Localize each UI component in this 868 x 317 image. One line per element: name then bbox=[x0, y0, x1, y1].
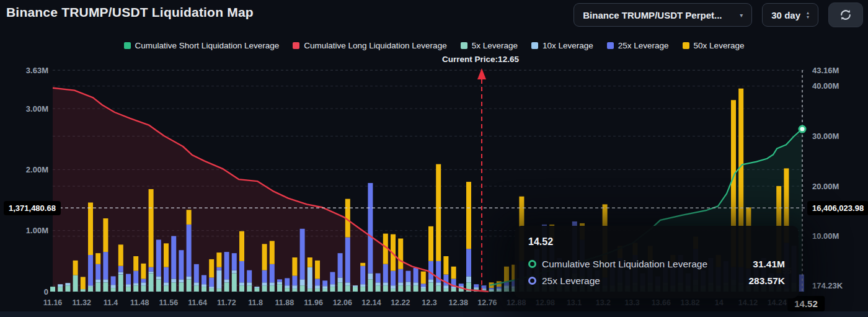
liquidation-bar bbox=[292, 257, 297, 276]
liquidation-bar bbox=[338, 253, 343, 277]
liquidation-bar bbox=[405, 282, 410, 285]
x-axis-tick: 12.88 bbox=[507, 298, 526, 307]
liquidation-bar bbox=[103, 279, 108, 282]
liquidation-bar bbox=[489, 289, 494, 290]
liquidation-bar bbox=[179, 282, 184, 292]
left-axis-tick: 3.00M bbox=[26, 104, 48, 114]
x-axis-tick: 13.82 bbox=[680, 298, 699, 307]
series-dot-icon bbox=[528, 277, 536, 285]
liquidation-bar bbox=[799, 275, 804, 292]
liquidation-bar bbox=[232, 253, 237, 270]
liquidation-bar bbox=[322, 286, 327, 288]
liquidation-bar bbox=[126, 284, 131, 287]
liquidation-bar bbox=[398, 239, 403, 269]
liquidation-bar bbox=[95, 264, 100, 280]
liquidation-bar bbox=[118, 244, 123, 266]
liquidation-bar bbox=[216, 252, 221, 267]
liquidation-bar bbox=[398, 269, 403, 283]
liquidation-bar bbox=[497, 288, 502, 290]
liquidation-bar bbox=[330, 287, 335, 292]
liquidation-bar bbox=[202, 287, 206, 292]
liquidation-bar bbox=[428, 279, 433, 282]
liquidation-bar bbox=[156, 276, 161, 279]
liquidation-bar bbox=[262, 244, 267, 270]
liquidation-bar bbox=[216, 270, 221, 289]
tooltip-series-value: 31.41M bbox=[753, 259, 785, 270]
liquidation-bar bbox=[405, 271, 410, 282]
liquidation-bar bbox=[118, 275, 123, 292]
x-axis-tick: 12.14 bbox=[361, 298, 381, 307]
crosshair-left-value: 1,371,480.68 bbox=[4, 201, 61, 215]
right-axis-tick: 30.00M bbox=[812, 132, 839, 141]
liquidation-bar bbox=[187, 210, 192, 225]
liquidation-bar bbox=[194, 264, 199, 283]
right-axis-tick: 174.23K bbox=[812, 281, 843, 290]
footer-strip bbox=[0, 311, 868, 317]
liquidation-bar bbox=[149, 272, 154, 274]
liquidation-bar bbox=[466, 182, 471, 249]
x-axis-tick: 11.88 bbox=[275, 298, 294, 307]
liquidation-bar bbox=[322, 280, 327, 286]
liquidation-bar bbox=[126, 274, 131, 285]
liquidation-bar bbox=[315, 279, 320, 285]
current-price-label: Current Price:12.65 bbox=[442, 55, 519, 64]
liquidation-bar bbox=[209, 259, 214, 278]
liquidation-bar bbox=[58, 284, 63, 287]
liquidation-bar bbox=[81, 289, 86, 292]
liquidation-bar bbox=[216, 288, 221, 292]
x-axis-tick: 14.24 bbox=[768, 298, 787, 307]
liquidation-bar bbox=[421, 272, 426, 284]
liquidation-bar bbox=[383, 282, 388, 285]
liquidation-bar bbox=[111, 288, 116, 292]
x-axis-tick: 11.56 bbox=[159, 298, 179, 307]
liquidation-bar bbox=[466, 276, 471, 282]
liquidation-bar bbox=[164, 243, 169, 267]
liquidation-bar bbox=[224, 252, 229, 279]
liquidation-bar bbox=[65, 283, 70, 285]
liquidation-bar bbox=[489, 288, 494, 289]
x-axis-tick: 14.12 bbox=[738, 298, 758, 307]
liquidation-bar bbox=[88, 203, 93, 256]
liquidation-bar bbox=[216, 267, 221, 270]
x-axis-tick: 12.3 bbox=[422, 298, 436, 307]
liquidation-bar bbox=[239, 282, 244, 285]
left-axis-tick: 1.00M bbox=[26, 226, 48, 235]
liquidation-bar bbox=[322, 288, 327, 292]
liquidation-bar bbox=[88, 285, 93, 287]
right-axis-tick: 40.00M bbox=[812, 81, 839, 91]
liquidation-bar bbox=[133, 256, 138, 271]
liquidation-bar bbox=[443, 256, 448, 275]
liquidation-bar bbox=[262, 270, 267, 283]
x-axis-tick: 13.66 bbox=[652, 298, 671, 307]
liquidation-bar bbox=[171, 282, 176, 292]
liquidation-bar bbox=[187, 279, 192, 292]
liquidation-bar bbox=[376, 285, 381, 292]
liquidation-bar bbox=[88, 255, 93, 285]
liquidation-bar bbox=[368, 183, 373, 274]
liquidation-bar bbox=[405, 285, 410, 292]
liquidation-bar bbox=[118, 266, 123, 272]
liquidation-bar bbox=[179, 279, 184, 282]
liquidation-bar bbox=[209, 287, 214, 288]
liquidation-bar bbox=[149, 274, 154, 292]
liquidation-bar bbox=[300, 229, 305, 280]
liquidation-bar bbox=[194, 282, 199, 285]
liquidation-bar bbox=[164, 267, 169, 283]
liquidation-bar bbox=[497, 290, 502, 292]
crosshair-right-value: 16,406,023.98 bbox=[807, 201, 868, 215]
liquidation-bar bbox=[239, 231, 244, 261]
liquidation-bar bbox=[95, 282, 100, 292]
right-axis-tick: 10.00M bbox=[812, 231, 839, 241]
liquidation-bar bbox=[187, 225, 192, 277]
liquidation-bar bbox=[474, 284, 479, 287]
liquidation-bar bbox=[247, 282, 252, 285]
x-axis-tick: 12.38 bbox=[449, 298, 468, 307]
liquidation-bar bbox=[391, 271, 396, 286]
liquidation-bar bbox=[133, 271, 138, 284]
liquidation-bar bbox=[103, 218, 108, 252]
x-axis-tick: 11.8 bbox=[248, 298, 263, 307]
liquidation-bar bbox=[95, 279, 100, 282]
liquidation-bar bbox=[73, 275, 78, 292]
x-axis-tick: 12.98 bbox=[536, 298, 555, 307]
x-axis-tick: 11.32 bbox=[72, 298, 91, 307]
